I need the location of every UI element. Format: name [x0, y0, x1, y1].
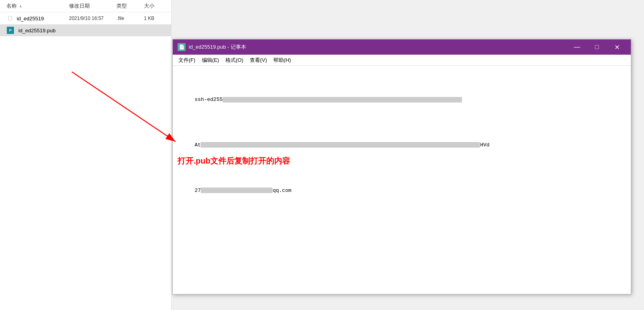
minimize-button[interactable]: — — [568, 41, 586, 53]
blurred-line1 — [223, 97, 462, 103]
sort-arrow-icon: ∧ — [19, 4, 22, 8]
col-date-header[interactable]: 修改日期 — [69, 2, 117, 10]
file-type-cell: .file — [117, 16, 144, 21]
file-name-cell-pub: P id_ed25519.pub — [0, 26, 69, 34]
content-line-3: 27 qq.com — [176, 176, 628, 204]
maximize-button[interactable]: □ — [588, 41, 606, 53]
column-headers: 名称 ∧ 修改日期 类型 大小 — [0, 0, 171, 12]
file-row-pub[interactable]: P id_ed25519.pub — [0, 24, 171, 36]
content-line-1: ssh-ed255 — [176, 86, 628, 114]
col-type-header[interactable]: 类型 — [117, 2, 144, 10]
generic-file-icon: 🗋 — [6, 14, 14, 22]
blurred-line3 — [201, 188, 273, 193]
col-size-header[interactable]: 大小 — [144, 2, 171, 10]
menu-view[interactable]: 查看(V) — [247, 55, 270, 65]
blurred-line2 — [201, 142, 480, 148]
notepad-title: id_ed25519.pub - 记事本 — [189, 43, 568, 51]
menu-format[interactable]: 格式(O) — [222, 55, 247, 65]
notepad-content[interactable]: ssh-ed255 At HVd 27 qq.com — [173, 66, 631, 294]
notepad-window: 📄 id_ed25519.pub - 记事本 — □ ✕ 文件(F) 编辑(E)… — [172, 39, 631, 294]
close-button[interactable]: ✕ — [608, 41, 626, 53]
titlebar-controls: — □ ✕ — [568, 41, 626, 53]
menu-edit[interactable]: 编辑(E) — [199, 55, 222, 65]
file-explorer: 名称 ∧ 修改日期 类型 大小 🗋 id_ed25519 2021/9/10 1… — [0, 0, 172, 310]
file-date-cell: 2021/9/10 16:57 — [69, 16, 117, 21]
pub-file-icon: P — [6, 26, 14, 34]
menu-help[interactable]: 帮助(H) — [270, 55, 294, 65]
notepad-app-icon: 📄 — [178, 43, 186, 51]
annotation-label: 打开.pub文件后复制打开的内容 — [178, 156, 290, 166]
col-name-header[interactable]: 名称 ∧ — [0, 2, 69, 10]
file-name-cell: 🗋 id_ed25519 — [0, 14, 69, 22]
file-size-cell: 1 KB — [144, 16, 171, 21]
notepad-menubar: 文件(F) 编辑(E) 格式(O) 查看(V) 帮助(H) — [173, 55, 631, 66]
content-line-2: At HVd — [176, 131, 628, 159]
notepad-titlebar: 📄 id_ed25519.pub - 记事本 — □ ✕ — [173, 39, 631, 55]
file-row[interactable]: 🗋 id_ed25519 2021/9/10 16:57 .file 1 KB — [0, 12, 171, 24]
menu-file[interactable]: 文件(F) — [175, 55, 199, 65]
